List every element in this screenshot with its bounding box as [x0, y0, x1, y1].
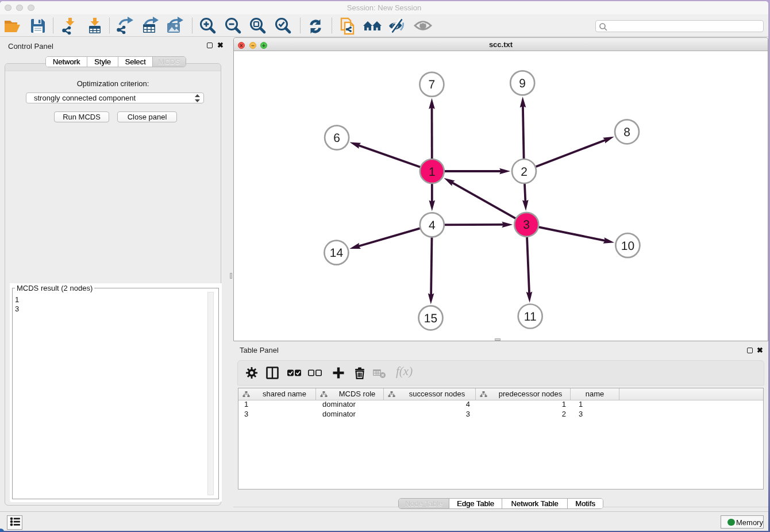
svg-text:11: 11	[524, 310, 537, 323]
svg-text:9: 9	[519, 77, 526, 90]
svg-text:15: 15	[424, 312, 437, 325]
svg-text:14: 14	[330, 246, 344, 260]
svg-text:7: 7	[429, 78, 436, 91]
svg-text:3: 3	[523, 218, 530, 232]
svg-text:1: 1	[429, 165, 436, 179]
svg-text:8: 8	[623, 126, 630, 139]
svg-text:10: 10	[621, 240, 634, 253]
svg-text:2: 2	[521, 165, 528, 179]
svg-text:6: 6	[333, 132, 340, 145]
svg-text:4: 4	[429, 219, 436, 232]
